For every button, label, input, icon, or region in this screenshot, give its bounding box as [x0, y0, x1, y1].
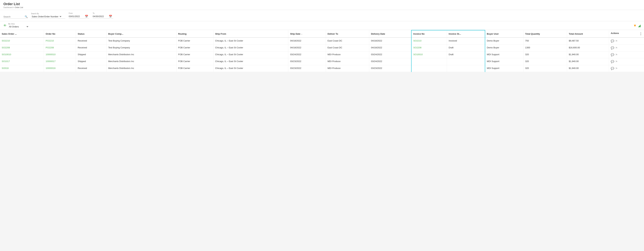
cell-invoice_no[interactable]: SO10010 — [411, 52, 447, 58]
link-invoice_no[interactable]: SO10010 — [413, 53, 423, 56]
col-header-routing: Routing — [176, 30, 213, 38]
link-sales_order[interactable]: SO2208 — [2, 46, 10, 49]
link-sales_order[interactable]: SO016 — [2, 67, 8, 69]
cell-buyer_comp: Merchants Distributors Inc — [106, 58, 176, 65]
cell-deliver_to: MDI Produce — [326, 52, 369, 58]
link-invoice_no[interactable]: SO2208 — [413, 46, 422, 49]
page-header: Order List Dashboard > Order List — [0, 0, 644, 10]
flag-icon[interactable]: ⚑ — [615, 67, 618, 70]
cell-invoice_no[interactable]: SO2208 — [411, 45, 447, 52]
to-date-input[interactable] — [93, 15, 108, 18]
page-title: Order List — [4, 2, 640, 6]
cell-invoice_st — [447, 58, 485, 65]
to-date-group: To 📅 — [93, 12, 113, 19]
from-date-input[interactable] — [69, 15, 84, 18]
link-order_no[interactable]: 10000010 — [46, 53, 56, 56]
cell-delivery_date: 03/24/2022 — [369, 58, 411, 65]
cell-deliver_to: East Coast DC — [326, 38, 369, 45]
cell-order_no[interactable]: PO2208 — [44, 45, 76, 52]
cell-sales_order[interactable]: SO1017 — [0, 58, 44, 65]
comment-icon[interactable]: 💬 — [611, 53, 614, 56]
search-by-select[interactable]: Sales Order/Order Number Customer Name I… — [31, 15, 62, 18]
cell-buyer_user: Demo Buyer — [485, 45, 524, 52]
search-by-wrapper[interactable]: Sales Order/Order Number Customer Name I… — [31, 15, 65, 19]
col-header-total-quantity: Total Quantity — [524, 30, 567, 38]
cell-actions: 💬⚑ — [609, 45, 644, 52]
cell-ship_date: 04/18/2022 — [288, 45, 326, 52]
link-order_no[interactable]: PO2208 — [46, 46, 54, 49]
from-date-group: From 📅 — [69, 12, 89, 19]
search-input[interactable] — [4, 16, 24, 18]
cell-actions: 💬⚑ — [609, 38, 644, 45]
breadcrumb-home[interactable]: Dashboard — [4, 6, 13, 9]
cell-status: Received — [76, 45, 106, 52]
cell-deliver_to: East Coast DC — [326, 45, 369, 52]
cell-routing: FOB Carrier — [176, 58, 213, 65]
cell-ship_from: Chicago, IL – East St Cooler — [213, 65, 288, 72]
link-sales_order[interactable]: SO2210 — [2, 40, 10, 42]
comment-icon[interactable]: 💬 — [611, 40, 614, 43]
cell-total_amount: $1,940.00 — [567, 52, 609, 58]
cell-order_no[interactable]: 10000016 — [44, 65, 76, 72]
cell-sales_order[interactable]: SO10010 — [0, 52, 44, 58]
cell-order_no[interactable]: 10000017 — [44, 58, 76, 65]
link-invoice_no[interactable]: SO2210 — [413, 40, 422, 42]
cell-invoice_no[interactable] — [411, 65, 447, 72]
cell-total_amount: $9,487.50 — [567, 38, 609, 45]
cell-status: Shipped — [76, 52, 106, 58]
flag-icon[interactable]: ⚑ — [615, 60, 618, 63]
col-header-ship-from: Ship From — [213, 30, 288, 38]
to-date-wrapper[interactable]: 📅 — [93, 15, 113, 19]
link-order_no[interactable]: 10000016 — [46, 67, 56, 69]
cell-total_quantity: 320 — [524, 52, 567, 58]
flag-icon[interactable]: ⚑ — [615, 40, 618, 43]
comment-icon[interactable]: 💬 — [611, 47, 614, 49]
view-select[interactable]: All Orders My Orders Pending Orders — [8, 25, 29, 28]
cell-ship_date: 03/23/2022 — [288, 58, 326, 65]
link-order_no[interactable]: 10000017 — [46, 60, 56, 63]
search-by-group: Search By Sales Order/Order Number Custo… — [31, 13, 65, 19]
col-header-order-no: Order No — [44, 30, 76, 38]
link-sales_order[interactable]: SO1017 — [2, 60, 10, 63]
search-group: 🔍 — [4, 15, 28, 19]
cell-order_no[interactable]: 10000010 — [44, 52, 76, 58]
comment-icon[interactable]: 💬 — [611, 60, 614, 63]
comment-icon[interactable]: 💬 — [611, 67, 614, 70]
flag-icon[interactable]: ⚑ — [615, 47, 618, 49]
to-calendar-icon[interactable]: 📅 — [109, 15, 112, 18]
cell-total_quantity: 320 — [524, 65, 567, 72]
cell-sales_order[interactable]: SO016 — [0, 65, 44, 72]
cell-routing: FOB Carrier — [176, 38, 213, 45]
cell-status: Shipped — [76, 58, 106, 65]
link-sales_order[interactable]: SO10010 — [2, 53, 11, 56]
cell-actions: 💬⚑ — [609, 52, 644, 58]
link-order_no[interactable]: PO2210 — [46, 40, 54, 42]
from-date-wrapper[interactable]: 📅 — [69, 15, 89, 19]
from-calendar-icon[interactable]: 📅 — [85, 15, 88, 18]
eye-icon: 👁 — [4, 24, 6, 28]
cell-invoice_st: Draft — [447, 52, 485, 58]
filter-filled-icon[interactable]: ▼ — [633, 24, 637, 28]
orders-table: Sales Order ... Order No Status Buyer Co… — [0, 30, 644, 72]
column-options-icon[interactable]: ⋮ — [639, 32, 642, 36]
cell-sales_order[interactable]: SO2208 — [0, 45, 44, 52]
cell-sales_order[interactable]: SO2210 — [0, 38, 44, 45]
cell-status: Received — [76, 38, 106, 45]
col-header-invoice-no: Invoice No — [411, 30, 447, 38]
cell-order_no[interactable]: PO2210 — [44, 38, 76, 45]
cell-invoice_no[interactable]: SO2210 — [411, 38, 447, 45]
cell-deliver_to: MDI Produce — [326, 65, 369, 72]
table-row: SO2208PO2208ReceivedTest Buying CompanyF… — [0, 45, 644, 52]
cell-delivery_date: 04/18/2022 — [369, 45, 411, 52]
cell-buyer_user: Demo Buyer — [485, 38, 524, 45]
col-header-deliver-to: Deliver To — [326, 30, 369, 38]
flag-icon[interactable]: ⚑ — [615, 53, 618, 56]
col-header-buyer-comp: Buyer Comp... — [106, 30, 176, 38]
cell-total_amount: $1,940.00 — [567, 58, 609, 65]
cell-total_amount: $16,600.00 — [567, 45, 609, 52]
search-input-wrapper[interactable]: 🔍 — [4, 15, 28, 19]
cell-invoice_no[interactable] — [411, 58, 447, 65]
cell-total_quantity: 750 — [524, 38, 567, 45]
filter-outline-icon[interactable]: ◢ — [638, 24, 640, 28]
cell-deliver_to: MDI Produce — [326, 58, 369, 65]
